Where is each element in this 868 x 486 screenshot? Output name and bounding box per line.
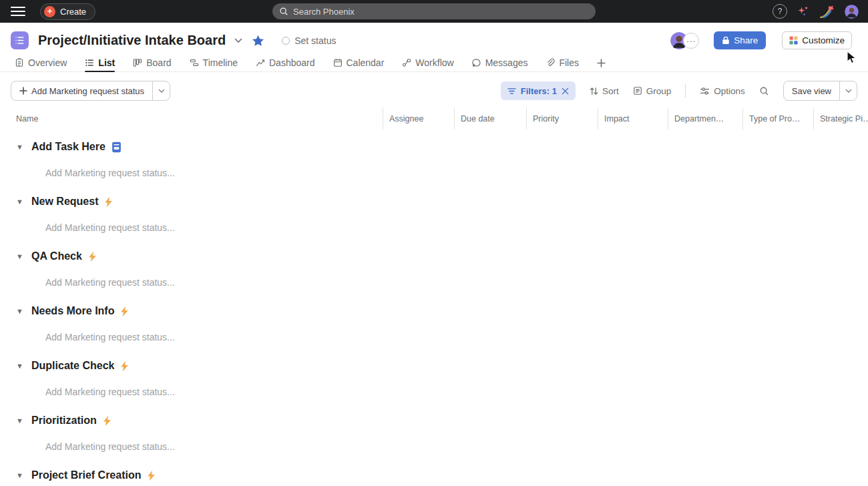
add-task-placeholder-label: Add Marketing request status... <box>45 168 175 178</box>
tab-calendar[interactable]: Calendar <box>333 54 385 71</box>
more-members-button[interactable]: ... <box>683 33 699 49</box>
section-collapse-caret-icon[interactable]: ▼ <box>16 143 25 151</box>
column-header-assignee[interactable]: Assignee <box>383 107 454 130</box>
favorite-star-icon[interactable] <box>252 35 264 47</box>
tab-label: Files <box>559 57 579 68</box>
chevron-down-icon <box>158 89 165 93</box>
customize-button[interactable]: Customize <box>782 31 852 49</box>
add-task-placeholder[interactable]: Add Marketing request status... <box>0 437 868 457</box>
tab-workflow[interactable]: Workflow <box>402 54 453 71</box>
list-icon <box>85 58 94 67</box>
options-button[interactable]: Options <box>700 86 745 96</box>
save-view-label: Save view <box>792 86 831 96</box>
section-name[interactable]: New Request <box>31 196 98 208</box>
filters-label: Filters: 1 <box>521 86 557 96</box>
timeline-icon <box>190 58 199 67</box>
section-name[interactable]: Prioritization <box>31 415 97 427</box>
create-button[interactable]: + Create <box>40 3 95 20</box>
section-name[interactable]: QA Check <box>31 250 82 262</box>
section-name[interactable]: Duplicate Check <box>31 360 114 372</box>
share-label: Share <box>734 35 758 45</box>
dashboard-icon <box>256 58 265 67</box>
share-button[interactable]: Share <box>714 31 766 49</box>
add-marketing-request-status-button[interactable]: Add Marketing request status <box>11 81 152 100</box>
global-search[interactable] <box>272 3 596 19</box>
phoenix-celebration-icon[interactable] <box>819 5 835 19</box>
column-header-type-of-pro[interactable]: Type of Pro… <box>742 107 813 130</box>
user-avatar[interactable] <box>845 5 859 19</box>
files-icon <box>546 58 555 67</box>
sort-button[interactable]: Sort <box>590 86 619 96</box>
section-collapse-caret-icon[interactable]: ▼ <box>16 362 25 370</box>
tab-label: Timeline <box>203 57 238 68</box>
bolt-icon[interactable] <box>147 470 156 481</box>
ai-sparkles-icon[interactable] <box>797 5 809 17</box>
bolt-icon[interactable] <box>103 415 112 427</box>
plus-circle-icon: + <box>44 6 55 17</box>
search-input[interactable] <box>293 7 589 17</box>
save-view-button[interactable]: Save view <box>784 81 839 100</box>
section-collapse-caret-icon[interactable]: ▼ <box>16 307 25 315</box>
task-section: ▼ New Request Add Marketing request stat… <box>0 192 868 238</box>
column-header-priority[interactable]: Priority <box>526 107 598 130</box>
form-icon[interactable] <box>112 142 122 153</box>
filter-icon <box>507 87 516 95</box>
tab-files[interactable]: Files <box>546 54 579 71</box>
add-task-placeholder[interactable]: Add Marketing request status... <box>0 272 868 292</box>
task-section: ▼ Duplicate Check Add Marketing request … <box>0 356 868 402</box>
section-name[interactable]: Project Brief Creation <box>31 469 141 481</box>
tab-timeline[interactable]: Timeline <box>190 54 238 71</box>
add-task-placeholder[interactable]: Add Marketing request status... <box>0 382 868 402</box>
customize-label: Customize <box>802 35 845 45</box>
group-icon <box>633 86 642 95</box>
save-view-split-button: Save view <box>783 81 857 101</box>
search-tasks-button[interactable] <box>759 86 769 96</box>
tabs: Overview List Board Timeline Dashboard C… <box>0 54 868 72</box>
title-chevron-down-icon[interactable] <box>234 38 242 43</box>
plus-icon <box>597 59 606 67</box>
group-button[interactable]: Group <box>633 86 672 96</box>
search-icon <box>759 86 769 96</box>
column-header-row: NameAssigneeDue datePriorityImpactDepart… <box>0 107 868 130</box>
section-collapse-caret-icon[interactable]: ▼ <box>16 417 25 425</box>
tab-label: Dashboard <box>269 57 315 68</box>
add-task-placeholder[interactable]: Add Marketing request status... <box>0 327 868 347</box>
column-header-departmen[interactable]: Departmen… <box>668 107 742 130</box>
column-header-due-date[interactable]: Due date <box>454 107 526 130</box>
add-status-chevron-button[interactable] <box>152 81 170 100</box>
set-status-button[interactable]: Set status <box>282 35 336 46</box>
project-list-icon <box>11 31 29 49</box>
hamburger-menu-icon[interactable] <box>11 4 25 19</box>
bolt-icon[interactable] <box>88 251 97 262</box>
tab-board[interactable]: Board <box>133 54 171 71</box>
filters-pill[interactable]: Filters: 1 <box>501 81 576 100</box>
section-name[interactable]: Add Task Here <box>31 141 105 153</box>
tab-messages[interactable]: Messages <box>472 54 528 71</box>
clear-filter-x-icon[interactable] <box>562 87 569 95</box>
save-view-chevron-button[interactable] <box>839 81 857 100</box>
add-status-split-button: Add Marketing request status <box>11 81 170 101</box>
help-button[interactable]: ? <box>773 4 787 19</box>
tab-add[interactable] <box>597 54 606 71</box>
column-header-strategic-pi[interactable]: Strategic Pi… <box>813 107 868 130</box>
plus-icon <box>19 87 27 95</box>
set-status-label: Set status <box>294 35 336 46</box>
section-collapse-caret-icon[interactable]: ▼ <box>16 198 25 206</box>
tab-list[interactable]: List <box>85 54 115 71</box>
page-title[interactable]: Project/Initiative Intake Board <box>38 33 226 48</box>
column-header-impact[interactable]: Impact <box>598 107 668 130</box>
bolt-icon[interactable] <box>120 360 129 372</box>
add-task-placeholder[interactable]: Add Marketing request status... <box>0 163 868 183</box>
tab-overview[interactable]: Overview <box>15 54 67 71</box>
section-collapse-caret-icon[interactable]: ▼ <box>16 252 25 260</box>
section-collapse-caret-icon[interactable]: ▼ <box>16 471 25 479</box>
add-task-placeholder[interactable]: Add Marketing request status... <box>0 218 868 238</box>
column-header-name[interactable]: Name <box>0 107 383 130</box>
sort-label: Sort <box>602 86 619 96</box>
bolt-icon[interactable] <box>104 196 113 208</box>
tab-dashboard[interactable]: Dashboard <box>256 54 315 71</box>
tab-label: Messages <box>485 57 528 68</box>
section-name[interactable]: Needs More Info <box>31 305 114 317</box>
bolt-icon[interactable] <box>120 306 129 317</box>
clipboard-icon <box>15 58 24 67</box>
